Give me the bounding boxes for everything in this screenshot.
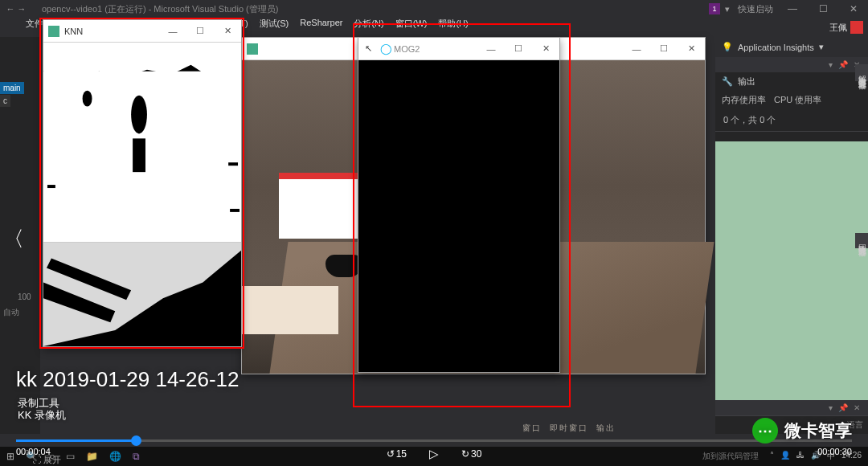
vs-right-panels: 💡 Application Insights ▾ ▾ 📌 ✕ 🔧 输出 内存使用… bbox=[715, 37, 868, 434]
task-start-icon[interactable]: ⊞ bbox=[6, 451, 14, 462]
frame-minimize-button[interactable]: — bbox=[623, 38, 650, 59]
task-browser-icon[interactable]: 🌐 bbox=[109, 451, 121, 462]
prev-video-button[interactable]: 〈 bbox=[3, 225, 24, 253]
vs-file-tab-main[interactable]: main bbox=[0, 82, 24, 94]
vs-menu-analyze[interactable]: 分析(N) bbox=[354, 18, 383, 34]
svg-point-3 bbox=[83, 91, 92, 107]
mog2-minimize-button[interactable]: — bbox=[477, 38, 505, 59]
vs-forward-icon[interactable]: → bbox=[16, 4, 27, 14]
vs-menu-window[interactable]: 窗口(W) bbox=[395, 18, 428, 34]
vs-bottom-tab-window[interactable]: 窗口 bbox=[522, 423, 542, 434]
knn-maximize-button[interactable]: ☐ bbox=[186, 20, 214, 42]
svg-rect-2 bbox=[133, 138, 145, 172]
task-taskview-icon[interactable]: ▭ bbox=[66, 451, 75, 462]
knn-window-title: KNN bbox=[64, 27, 83, 36]
vs-menu-help[interactable]: 帮助(H) bbox=[438, 18, 468, 34]
knn-minimize-button[interactable]: — bbox=[159, 20, 186, 42]
knn-close-button[interactable]: ✕ bbox=[214, 20, 241, 42]
vs-close-button[interactable]: ✕ bbox=[842, 3, 865, 14]
video-controls: ↺15 ▷ ↻30 bbox=[387, 447, 482, 461]
svg-rect-5 bbox=[47, 185, 55, 188]
knn-content bbox=[43, 43, 241, 346]
vs-file-tab-other[interactable]: c bbox=[0, 95, 10, 107]
vs-autocomplete-label: 自动 bbox=[3, 307, 19, 318]
svg-rect-4 bbox=[123, 327, 158, 345]
play-button[interactable]: ▷ bbox=[429, 447, 439, 461]
mog2-window[interactable]: ↖ ◯ MOG2 — ☐ ✕ bbox=[358, 37, 560, 373]
vs-bottom-tab-immediate[interactable]: 即时窗口 bbox=[550, 423, 588, 434]
vs-back-icon[interactable]: ← bbox=[5, 4, 16, 14]
mog2-close-button[interactable]: ✕ bbox=[532, 38, 559, 59]
cpu-usage-label[interactable]: CPU 使用率 bbox=[774, 94, 821, 106]
knn-window-icon bbox=[48, 26, 59, 37]
busy-spinner-icon: ◯ bbox=[380, 43, 392, 55]
vs-window-title: opencv--video1 (正在运行) - Microsoft Visual… bbox=[42, 3, 278, 15]
expand-button[interactable]: ⛶ 展开 bbox=[32, 454, 61, 466]
video-caption: kk 2019-01-29 14-26-12 bbox=[16, 367, 240, 392]
panel2-close-icon[interactable]: ✕ bbox=[854, 403, 862, 412]
vs-bottom-tab-output[interactable]: 输出 bbox=[596, 423, 616, 434]
frame-close-button[interactable]: ✕ bbox=[678, 38, 705, 59]
desk-mouse bbox=[326, 255, 362, 277]
frame-maximize-button[interactable]: ☐ bbox=[650, 38, 678, 59]
task-explorer-icon[interactable]: 📁 bbox=[86, 451, 98, 462]
panel-dropdown-icon[interactable]: ▾ bbox=[829, 60, 834, 69]
task-vs-icon[interactable]: ⧉ bbox=[133, 451, 140, 462]
tray-ime-icon[interactable]: 中 bbox=[827, 451, 835, 462]
vs-maximize-button[interactable]: ☐ bbox=[812, 3, 834, 14]
desk-calendar bbox=[279, 173, 367, 239]
tray-network-icon[interactable]: 🖧 bbox=[796, 451, 805, 462]
cursor-icon: ↖ bbox=[365, 43, 372, 54]
mog2-content bbox=[358, 60, 559, 372]
svg-point-1 bbox=[131, 96, 147, 134]
vs-user-name[interactable]: 王佩 bbox=[829, 22, 847, 34]
memory-usage-label[interactable]: 内存使用率 bbox=[722, 94, 766, 106]
language-label[interactable]: 语言 bbox=[847, 419, 863, 431]
vs-bottom-tabs: 窗口 即时窗口 输出 bbox=[522, 423, 616, 434]
vs-line-number: 100 bbox=[18, 292, 31, 301]
wrench-icon: 🔧 bbox=[722, 76, 733, 87]
vs-quick-launch[interactable]: 快速启动 bbox=[738, 3, 773, 15]
bulb-icon: 💡 bbox=[722, 42, 733, 52]
frame-window-icon bbox=[247, 43, 258, 55]
vs-minimize-button[interactable]: — bbox=[781, 3, 804, 14]
skip-forward-button[interactable]: ↻30 bbox=[461, 448, 481, 460]
tray-clock[interactable]: 14:26 bbox=[841, 451, 862, 462]
knn-window[interactable]: KNN — ☐ ✕ bbox=[43, 19, 242, 347]
video-progress-handle[interactable] bbox=[131, 435, 141, 446]
vs-status-addsource[interactable]: 加到源代码管理 bbox=[702, 451, 759, 462]
mog2-window-title: MOG2 bbox=[394, 44, 420, 54]
tray-volume-icon[interactable]: 🔊 bbox=[811, 451, 821, 462]
vs-menu-file[interactable]: 文件 bbox=[26, 18, 43, 34]
tray-up-icon[interactable]: ˄ bbox=[770, 451, 774, 462]
chevron-down-icon[interactable]: ▾ bbox=[819, 42, 824, 52]
svg-rect-6 bbox=[228, 162, 238, 166]
vs-feedback-icon[interactable]: ▾ bbox=[725, 4, 730, 14]
app-insights-label[interactable]: Application Insights bbox=[738, 43, 814, 52]
panel-pin-icon[interactable]: 📌 bbox=[838, 60, 850, 69]
mog2-maximize-button[interactable]: ☐ bbox=[505, 38, 532, 59]
vs-menu-test[interactable]: 测试(S) bbox=[260, 18, 289, 34]
video-progress[interactable] bbox=[16, 439, 852, 442]
skip-back-button[interactable]: ↺15 bbox=[387, 448, 407, 460]
panel2-pin-icon[interactable]: 📌 bbox=[838, 403, 850, 412]
output-label: 输出 bbox=[738, 76, 755, 88]
diagnostic-chart bbox=[715, 141, 868, 400]
diagnostic-count: 0 个，共 0 个 bbox=[715, 109, 868, 132]
panel2-dropdown-icon[interactable]: ▾ bbox=[829, 403, 834, 412]
vs-notification-badge[interactable]: 1 bbox=[709, 3, 720, 14]
vs-menu-resharper[interactable]: ReSharper bbox=[300, 18, 342, 34]
vs-user-avatar[interactable] bbox=[850, 21, 863, 34]
team-explorer-tab[interactable]: 团队资源管理器 bbox=[855, 233, 868, 248]
tray-people-icon[interactable]: 👤 bbox=[780, 451, 790, 462]
solution-explorer-tab[interactable]: 解决方案资源管理器 bbox=[855, 64, 868, 81]
svg-rect-7 bbox=[230, 209, 240, 212]
video-progress-fill bbox=[16, 439, 136, 442]
desk-keypad bbox=[242, 286, 338, 334]
